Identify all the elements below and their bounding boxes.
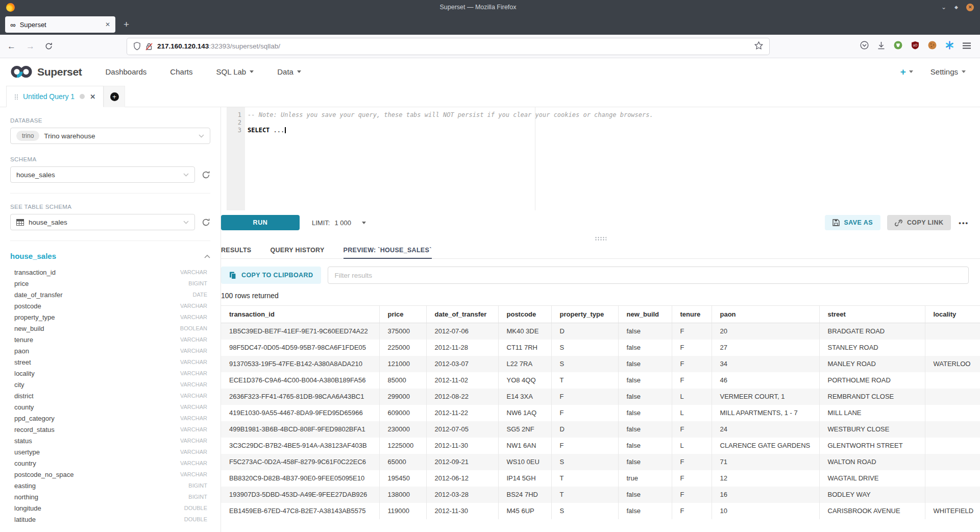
column-name: record_status [14, 426, 55, 433]
table-row[interactable]: 419E1030-9A55-4467-8DA9-9FED95D659666090… [221, 405, 980, 421]
sql-lab-left-panel: DATABASE trino Trino warehouse SCHEMA ho… [0, 107, 221, 532]
reload-button[interactable] [45, 42, 53, 50]
chevron-down-icon [183, 221, 189, 224]
sparkle-extension-icon[interactable] [945, 41, 954, 52]
table-row[interactable]: EB1459EB-67ED-47C8-B2E7-A38143AB55751190… [221, 503, 980, 519]
table-row[interactable]: ECE1D376-C9A6-4C00-B004-A380B189FA568500… [221, 372, 980, 389]
line-number: 3 [227, 127, 241, 134]
table-row[interactable]: 2636F323-FF41-4765-81DB-98CAA6A43BC12990… [221, 389, 980, 405]
run-button[interactable]: RUN [221, 215, 300, 230]
sql-editor[interactable]: 1 2 3 -- Note: Unless you save your quer… [221, 107, 980, 210]
extension-mask-icon[interactable] [894, 41, 902, 52]
refresh-icon [202, 218, 210, 227]
ublock-shield-icon[interactable]: uO [911, 41, 919, 52]
editor-comment-line: -- Note: Unless you save your query, the… [248, 111, 980, 119]
table-row[interactable]: 1B5C39ED-BE7F-41EF-9E71-9C60EED74A223750… [221, 323, 980, 340]
chevron-down-icon [199, 134, 204, 138]
copy-to-clipboard-button[interactable]: COPY TO CLIPBOARD [221, 267, 321, 284]
table-row[interactable]: 3C3C29DC-B7B2-4BE5-914A-A38123AF403B1225… [221, 438, 980, 454]
more-options-button[interactable]: ••• [959, 219, 969, 227]
tab-close-icon[interactable]: ✕ [105, 21, 110, 28]
column-header-new-build[interactable]: new_build [618, 306, 672, 323]
collapse-table-button[interactable] [204, 251, 210, 260]
limit-dropdown[interactable]: LIMIT: 1 000 [312, 219, 366, 227]
nav-item-dashboards[interactable]: Dashboards [105, 67, 146, 76]
table-row[interactable]: BB8320C9-D82B-4B37-90E0-9FEE05095E101954… [221, 470, 980, 487]
pocket-icon[interactable] [860, 41, 869, 52]
line-number: 2 [227, 119, 241, 127]
settings-menu[interactable]: Settings [930, 67, 966, 76]
refresh-schemas-button[interactable] [202, 171, 210, 179]
table-select[interactable]: house_sales [10, 214, 195, 230]
column-name: date_of_transfer [14, 291, 63, 299]
column-name: locality [14, 370, 35, 377]
filter-results-input[interactable] [328, 267, 969, 284]
superset-logo[interactable]: Superset [10, 65, 82, 79]
drag-handle-icon[interactable] [14, 94, 18, 100]
back-button[interactable]: ← [7, 42, 16, 51]
table-cell: F [672, 487, 712, 503]
bookmark-star-icon[interactable] [754, 41, 763, 51]
column-header-postcode[interactable]: postcode [498, 306, 551, 323]
insecure-lock-icon[interactable] [145, 42, 153, 51]
column-header-date-of-transfer[interactable]: date_of_transfer [426, 306, 498, 323]
column-name: city [14, 381, 24, 389]
results-table-container[interactable]: transaction_idpricedate_of_transferpostc… [221, 305, 980, 532]
column-header-locality[interactable]: locality [925, 306, 980, 323]
column-header-transaction-id[interactable]: transaction_id [221, 306, 379, 323]
tracking-shield-icon[interactable] [133, 42, 141, 51]
add-query-tab-button[interactable]: + [104, 86, 125, 107]
table-columns-list: transaction_idVARCHARpriceBIGINTdate_of_… [10, 267, 210, 525]
column-type: VARCHAR [180, 404, 207, 410]
forward-button[interactable]: → [26, 42, 35, 51]
table-row[interactable]: 193907D3-5DBD-453D-A49E-9FEE27DAB9261380… [221, 487, 980, 503]
new-item-button[interactable]: + [900, 66, 913, 78]
table-row[interactable]: F5C273AC-0D2A-458F-8279-9C61F0C22EC66500… [221, 454, 980, 470]
table-row[interactable]: 91370533-19F5-47FE-B142-A380A8ADA2101210… [221, 356, 980, 372]
editor-code-area[interactable]: -- Note: Unless you save your query, the… [245, 107, 980, 210]
column-header-paon[interactable]: paon [712, 306, 819, 323]
pane-splitter[interactable] [221, 235, 980, 242]
table-cell: D [551, 323, 618, 340]
table-cell: 2012-11-30 [426, 438, 498, 454]
table-schema-title[interactable]: house_sales [10, 252, 56, 260]
table-row[interactable]: 499B1981-3B6B-4BCD-808F-9FED9802BFA12300… [221, 421, 980, 438]
column-name: street [14, 358, 31, 366]
chevron-down-icon [297, 70, 301, 73]
table-row[interactable]: 98F5DC47-0D05-4D59-95B7-98CA6F1FDE052250… [221, 340, 980, 356]
window-minimize-button[interactable]: ⌄ [941, 4, 946, 10]
column-header-price[interactable]: price [379, 306, 426, 323]
results-tab-results[interactable]: RESULTS [221, 242, 252, 259]
nav-item-charts[interactable]: Charts [170, 67, 192, 76]
schema-select[interactable]: house_sales [10, 166, 195, 183]
table-icon [16, 219, 24, 226]
results-tab-query-history[interactable]: QUERY HISTORY [271, 242, 325, 259]
copy-to-clipboard-label: COPY TO CLIPBOARD [241, 272, 313, 279]
new-tab-button[interactable]: + [124, 19, 129, 30]
schema-column-row-date-of-transfer: date_of_transferDATE [14, 289, 207, 300]
window-close-button[interactable]: ✕ [966, 4, 974, 11]
url-bar[interactable]: 217.160.120.143:32393/superset/sqllab/ [127, 38, 769, 55]
schema-select-value: house_sales [16, 171, 55, 179]
column-name: usertype [14, 448, 40, 456]
copy-link-button[interactable]: COPY LINK [887, 215, 951, 230]
query-tab-close-icon[interactable]: ✕ [90, 93, 95, 101]
column-header-property-type[interactable]: property_type [551, 306, 618, 323]
browser-tab[interactable]: ∞ Superset ✕ [5, 16, 115, 33]
column-type: BOOLEAN [180, 325, 207, 331]
column-header-street[interactable]: street [819, 306, 925, 323]
table-cell: false [618, 323, 672, 340]
cookie-icon[interactable] [928, 41, 937, 52]
menu-hamburger-icon[interactable] [963, 42, 971, 51]
downloads-icon[interactable] [877, 41, 885, 52]
query-tab-untitled-query-1[interactable]: Untitled Query 1 ✕ [6, 86, 104, 107]
schema-column-row-status: statusVARCHAR [14, 435, 207, 446]
results-tab-preview-house-sales[interactable]: PREVIEW: `HOUSE_SALES` [344, 242, 432, 259]
column-header-tenure[interactable]: tenure [672, 306, 712, 323]
window-maximize-button[interactable]: ◆ [954, 5, 958, 10]
save-as-button[interactable]: SAVE AS [825, 215, 880, 230]
nav-item-sql-lab[interactable]: SQL Lab [216, 67, 254, 76]
refresh-tables-button[interactable] [202, 218, 210, 227]
database-select[interactable]: trino Trino warehouse [10, 128, 210, 144]
nav-item-data[interactable]: Data [277, 67, 301, 76]
